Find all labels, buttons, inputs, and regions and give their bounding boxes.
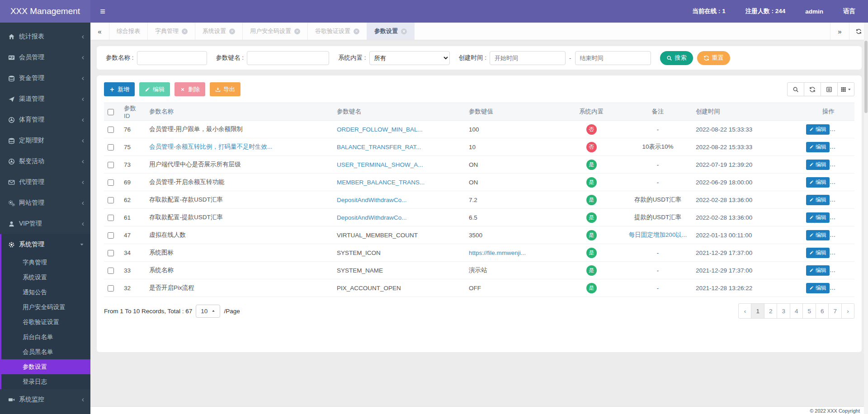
row-edit-button[interactable]: 编辑 xyxy=(806,283,830,293)
sidebar-subitem-login-logs[interactable]: 登录日志 xyxy=(1,374,90,389)
row-checkbox[interactable] xyxy=(108,179,114,186)
builtin-select[interactable]: 所有 xyxy=(369,51,450,65)
tab-5[interactable]: 参数设置× xyxy=(367,23,415,40)
row-edit-button[interactable]: 编辑 xyxy=(806,124,830,135)
page-2-button[interactable]: 2 xyxy=(764,303,778,319)
row-checkbox[interactable] xyxy=(108,268,114,274)
edit-button[interactable]: 编辑 xyxy=(139,82,170,96)
select-all-checkbox[interactable] xyxy=(108,109,114,115)
page-6-button[interactable]: 6 xyxy=(816,303,829,319)
row-edit-button[interactable]: 编辑 xyxy=(806,177,830,188)
sidebar-item-vip[interactable]: VIP管理‹ xyxy=(0,213,90,234)
brand-logo[interactable]: XXX Management xyxy=(0,0,90,23)
page-next-button[interactable]: › xyxy=(841,303,854,319)
page-1-button[interactable]: 1 xyxy=(751,303,764,319)
sidebar-subitem-label: 系统设置 xyxy=(23,273,47,282)
page-5-button[interactable]: 5 xyxy=(802,303,816,319)
row-edit-button[interactable]: 编辑 xyxy=(806,265,830,276)
table-view-toggle-button[interactable] xyxy=(821,82,838,96)
cell-param-key[interactable]: MEMBER_BALANCE_TRANS... xyxy=(337,179,425,186)
row-edit-button[interactable]: 编辑 xyxy=(806,212,830,223)
page-7-button[interactable]: 7 xyxy=(828,303,842,319)
row-checkbox[interactable] xyxy=(108,144,114,151)
tab-close-icon[interactable]: × xyxy=(294,28,300,34)
row-checkbox[interactable] xyxy=(108,215,114,221)
page-3-button[interactable]: 3 xyxy=(777,303,790,319)
sidebar-subitem-system-settings[interactable]: 系统设置 xyxy=(1,270,90,285)
scrollbar[interactable] xyxy=(864,23,868,414)
tab-close-icon[interactable]: × xyxy=(401,28,407,34)
sidebar-subitem-google-auth[interactable]: 谷歌验证设置 xyxy=(1,315,90,329)
sidebar-item-sports[interactable]: 体育管理‹ xyxy=(0,109,90,130)
tabs-scroll-left-button[interactable]: « xyxy=(90,23,109,40)
sidebar-item-members[interactable]: 会员管理‹ xyxy=(0,47,90,68)
cell-remark[interactable]: 每日固定增加200以... xyxy=(629,231,687,238)
sidebar-item-agents[interactable]: 代理管理‹ xyxy=(0,172,90,193)
tab-4[interactable]: 谷歌验证设置× xyxy=(308,23,367,40)
table-search-toggle-button[interactable] xyxy=(787,82,804,96)
table-columns-button[interactable] xyxy=(837,82,854,96)
sidebar-subitem-admin-whitelist[interactable]: 后台白名单 xyxy=(1,329,90,344)
row-edit-button[interactable]: 编辑 xyxy=(806,248,830,258)
page-prev-button[interactable]: ‹ xyxy=(738,303,751,319)
filter-key-label: 参数键名 : xyxy=(216,54,244,62)
export-button[interactable]: 导出 xyxy=(210,82,241,96)
add-button[interactable]: 新增 xyxy=(104,82,135,96)
cell-param-key[interactable]: USER_TERMINAL_SHOW_A... xyxy=(337,161,423,168)
cell-param-key[interactable]: ORDER_FOLLOW_MIN_BAL... xyxy=(337,126,423,133)
param-key-input[interactable] xyxy=(247,51,329,65)
page-size-dropdown[interactable]: 10 xyxy=(196,305,220,318)
language-menu[interactable]: 语言 xyxy=(843,7,855,15)
search-button[interactable]: 搜索 xyxy=(660,51,693,65)
row-edit-button[interactable]: 编辑 xyxy=(806,230,830,240)
sidebar-subitem-params[interactable]: 参数设置 xyxy=(1,359,90,374)
end-time-input[interactable] xyxy=(575,51,651,65)
tab-3[interactable]: 用户安全码设置× xyxy=(243,23,308,40)
sidebar-subitem-member-blacklist[interactable]: 会员黑名单 xyxy=(1,344,90,359)
sidebar-item-monitor[interactable]: 系统监控‹ xyxy=(0,389,90,410)
row-edit-button[interactable]: 编辑 xyxy=(806,142,830,152)
scrollbar-thumb[interactable] xyxy=(864,41,868,113)
tab-2[interactable]: 系统设置× xyxy=(195,23,243,40)
sidebar-item-fission[interactable]: 裂变活动‹ xyxy=(0,151,90,172)
tab-close-icon[interactable]: × xyxy=(182,28,188,34)
sidebar-item-system[interactable]: 系统管理 xyxy=(1,234,90,255)
tab-1[interactable]: 字典管理× xyxy=(148,23,195,40)
sidebar-item-wealth[interactable]: 定期理财‹ xyxy=(0,130,90,151)
row-checkbox[interactable] xyxy=(108,127,114,133)
sidebar-item-website[interactable]: 网站管理‹ xyxy=(0,193,90,213)
tab-close-icon[interactable]: × xyxy=(354,28,359,34)
reset-button[interactable]: 重置 xyxy=(697,51,730,65)
table-refresh-button[interactable] xyxy=(804,82,821,96)
param-name-input[interactable] xyxy=(137,51,207,65)
cell-created-time: 2021-12-29 17:37:00 xyxy=(696,267,752,274)
row-edit-button[interactable]: 编辑 xyxy=(806,195,830,205)
sidebar-item-funds[interactable]: 资金管理‹ xyxy=(0,68,90,89)
row-checkbox[interactable] xyxy=(108,232,114,239)
filter-panel: 参数名称 : 参数键名 : 系统内置 : 所有 创建时间 : - 搜索 重置 xyxy=(97,46,862,70)
sidebar-subitem-notices[interactable]: 通知公告 xyxy=(1,285,90,300)
row-checkbox[interactable] xyxy=(108,197,114,203)
tab-close-icon[interactable]: × xyxy=(229,28,235,34)
sidebar-subitem-dict[interactable]: 字典管理 xyxy=(1,255,90,270)
delete-button[interactable]: 删除 xyxy=(175,82,205,96)
row-checkbox[interactable] xyxy=(108,250,114,256)
tabs-scroll-right-button[interactable]: » xyxy=(830,23,849,40)
row-edit-button[interactable]: 编辑 xyxy=(806,160,830,170)
sidebar-item-channels[interactable]: 渠道管理‹ xyxy=(0,89,90,109)
cell-param-value[interactable]: https://file.mmwenji... xyxy=(469,249,526,256)
row-checkbox[interactable] xyxy=(108,285,114,292)
cell-param-key[interactable]: BALANCE_TRANSFER_RAT... xyxy=(337,144,421,151)
cell-param-name[interactable]: 会员管理-余额互转比例，打码量不足时生效... xyxy=(149,143,272,150)
page-4-button[interactable]: 4 xyxy=(790,303,803,319)
start-time-input[interactable] xyxy=(490,51,566,65)
cell-param-key[interactable]: DepositAndWithdrawCo... xyxy=(337,214,407,221)
sidebar-item-stats[interactable]: 统计报表‹ xyxy=(0,26,90,47)
sidebar-toggle-button[interactable]: ≡ xyxy=(90,0,115,23)
row-checkbox[interactable] xyxy=(108,162,114,168)
user-menu[interactable]: admin xyxy=(805,8,823,15)
cell-param-key[interactable]: DepositAndWithdrawCo... xyxy=(337,197,407,203)
sidebar-subitem-security-code[interactable]: 用户安全码设置 xyxy=(1,300,90,315)
tab-0[interactable]: 综合报表 xyxy=(109,23,148,40)
paper-plane-icon xyxy=(8,96,15,103)
